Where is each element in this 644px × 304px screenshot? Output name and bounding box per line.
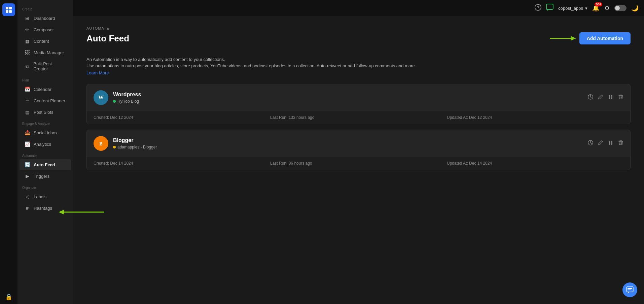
topbar: ? copost_apps ▾ 🔔 504 ⚙ 🌙 bbox=[73, 0, 644, 16]
info-section: An Automation is a way to automatically … bbox=[86, 57, 631, 76]
composer-icon: ✏ bbox=[24, 27, 30, 32]
sidebar-item-media-manager[interactable]: 🖼 Media Manager bbox=[20, 47, 71, 58]
blogger-sub: adamapples - Blogger bbox=[113, 145, 157, 149]
wordpress-pause-icon[interactable] bbox=[608, 94, 613, 101]
blogger-delete-icon[interactable] bbox=[618, 140, 623, 147]
page-content: AUTOMATE Auto Feed Add Automation An Aut… bbox=[73, 16, 644, 304]
blogger-created: Created: Dec 14 2024 bbox=[94, 161, 270, 166]
svg-text:?: ? bbox=[537, 5, 539, 10]
add-automation-button[interactable]: Add Automation bbox=[579, 32, 631, 44]
header-divider bbox=[86, 50, 631, 50]
dark-mode-toggle[interactable] bbox=[614, 5, 627, 11]
wordpress-edit-icon[interactable] bbox=[598, 94, 603, 101]
settings-icon[interactable]: ⚙ bbox=[604, 4, 610, 12]
content-planner-icon: ☰ bbox=[24, 98, 30, 103]
blogger-pause-icon[interactable] bbox=[608, 140, 613, 147]
sidebar-section-automate: Automate bbox=[17, 150, 73, 159]
blogger-edit-icon[interactable] bbox=[598, 140, 603, 147]
auto-feed-icon: 🔄 bbox=[24, 162, 30, 167]
notification-badge: 504 bbox=[595, 2, 602, 6]
sidebar-label-auto-feed: Auto Feed bbox=[34, 162, 55, 167]
svg-marker-8 bbox=[571, 36, 576, 41]
sidebar-section-organize: Organize bbox=[17, 182, 73, 191]
blogger-blog-name: adamapples - Blogger bbox=[117, 145, 157, 149]
svg-rect-0 bbox=[6, 7, 8, 9]
automation-card-wordpress: W Wordpress RyRob Blog bbox=[86, 84, 631, 124]
wordpress-history-icon[interactable] bbox=[588, 94, 593, 101]
wordpress-blog-name: RyRob Blog bbox=[117, 99, 139, 104]
svg-rect-17 bbox=[609, 141, 610, 145]
sidebar-label-triggers: Triggers bbox=[34, 174, 49, 179]
card-info-wordpress: Wordpress RyRob Blog bbox=[113, 92, 141, 104]
chat-icon[interactable] bbox=[546, 4, 553, 13]
moon-icon: 🌙 bbox=[631, 4, 639, 12]
sidebar-label-composer: Composer bbox=[34, 27, 54, 32]
sidebar-label-calendar: Calendar bbox=[34, 87, 51, 92]
account-selector[interactable]: copost_apps ▾ bbox=[558, 6, 587, 11]
blogger-history-icon[interactable] bbox=[588, 140, 593, 147]
sidebar: Create ⊞ Dashboard ✏ Composer ▦ Content … bbox=[17, 0, 73, 304]
sidebar-item-labels[interactable]: ◁ Labels bbox=[20, 191, 71, 202]
sidebar-item-bulk-post-creator[interactable]: ⧉ Bulk Post Creator bbox=[20, 59, 71, 74]
sidebar-item-dashboard[interactable]: ⊞ Dashboard bbox=[20, 13, 71, 24]
sidebar-item-composer[interactable]: ✏ Composer bbox=[20, 24, 71, 35]
svg-rect-22 bbox=[628, 288, 632, 289]
card-actions-wordpress bbox=[588, 94, 623, 101]
card-footer-blogger: Created: Dec 14 2024 Last Run: 86 hours … bbox=[87, 157, 630, 170]
sidebar-item-social-inbox[interactable]: 📥 Social Inbox bbox=[20, 127, 71, 138]
media-manager-icon: 🖼 bbox=[24, 50, 30, 55]
svg-rect-6 bbox=[546, 4, 553, 9]
add-automation-section: Add Automation bbox=[550, 32, 631, 44]
sidebar-label-bulk-post-creator: Bulk Post Creator bbox=[33, 61, 66, 71]
help-icon[interactable]: ? bbox=[535, 4, 541, 12]
card-header-wordpress: W Wordpress RyRob Blog bbox=[87, 84, 630, 111]
blogger-logo: B bbox=[94, 136, 108, 151]
triggers-icon: ▶ bbox=[24, 173, 30, 179]
sidebar-label-hashtags: Hashtags bbox=[34, 206, 52, 211]
info-line1: An Automation is a way to automatically … bbox=[86, 57, 631, 62]
sidebar-item-post-slots[interactable]: ▤ Post Slots bbox=[20, 107, 71, 117]
sidebar-section-plan: Plan bbox=[17, 74, 73, 83]
wordpress-name: Wordpress bbox=[113, 92, 141, 98]
sidebar-section-create: Create bbox=[17, 3, 73, 12]
automation-card-blogger: B Blogger adamapples - Blogger bbox=[86, 130, 631, 170]
svg-rect-2 bbox=[6, 10, 8, 13]
wordpress-status-dot bbox=[113, 100, 116, 103]
sidebar-label-labels: Labels bbox=[34, 194, 46, 199]
notification-icon[interactable]: 🔔 504 bbox=[592, 4, 600, 12]
chat-bubble-button[interactable] bbox=[622, 282, 637, 297]
social-inbox-icon: 📥 bbox=[24, 130, 30, 135]
learn-more-link[interactable]: Learn More bbox=[86, 70, 109, 75]
wordpress-logo: W bbox=[94, 90, 108, 105]
lock-icon[interactable]: 🔒 bbox=[5, 293, 12, 301]
wordpress-updated: Updated At: Dec 12 2024 bbox=[447, 115, 623, 120]
wordpress-delete-icon[interactable] bbox=[618, 94, 623, 101]
sidebar-item-triggers[interactable]: ▶ Triggers bbox=[20, 171, 71, 181]
sidebar-item-hashtags[interactable]: # Hashtags bbox=[20, 203, 71, 213]
sidebar-item-analytics[interactable]: 📈 Analytics bbox=[20, 139, 71, 149]
sidebar-label-analytics: Analytics bbox=[34, 142, 51, 147]
sidebar-item-content-planner[interactable]: ☰ Content Planner bbox=[20, 95, 71, 106]
blogger-last-run: Last Run: 86 hours ago bbox=[270, 161, 447, 166]
calendar-icon: 📅 bbox=[24, 87, 30, 92]
post-slots-icon: ▤ bbox=[24, 109, 30, 115]
sidebar-item-calendar[interactable]: 📅 Calendar bbox=[20, 84, 71, 95]
svg-rect-12 bbox=[609, 95, 610, 99]
card-info-blogger: Blogger adamapples - Blogger bbox=[113, 137, 157, 149]
breadcrumb: AUTOMATE bbox=[86, 26, 631, 30]
wordpress-last-run: Last Run: 133 hours ago bbox=[270, 115, 447, 120]
svg-rect-13 bbox=[611, 95, 613, 99]
svg-text:W: W bbox=[98, 95, 104, 100]
app-logo-icon[interactable] bbox=[2, 3, 15, 16]
sidebar-item-content[interactable]: ▦ Content bbox=[20, 36, 71, 46]
sidebar-label-content: Content bbox=[34, 39, 49, 44]
svg-rect-18 bbox=[611, 141, 613, 145]
svg-text:B: B bbox=[99, 141, 102, 146]
sidebar-item-auto-feed[interactable]: 🔄 Auto Feed bbox=[20, 159, 71, 170]
content-icon: ▦ bbox=[24, 38, 30, 44]
wordpress-sub: RyRob Blog bbox=[113, 99, 141, 104]
arrow-annotation-graphic bbox=[550, 33, 577, 43]
blogger-updated: Updated At: Dec 14 2024 bbox=[447, 161, 623, 166]
labels-icon: ◁ bbox=[24, 194, 30, 199]
bulk-post-icon: ⧉ bbox=[24, 64, 30, 69]
